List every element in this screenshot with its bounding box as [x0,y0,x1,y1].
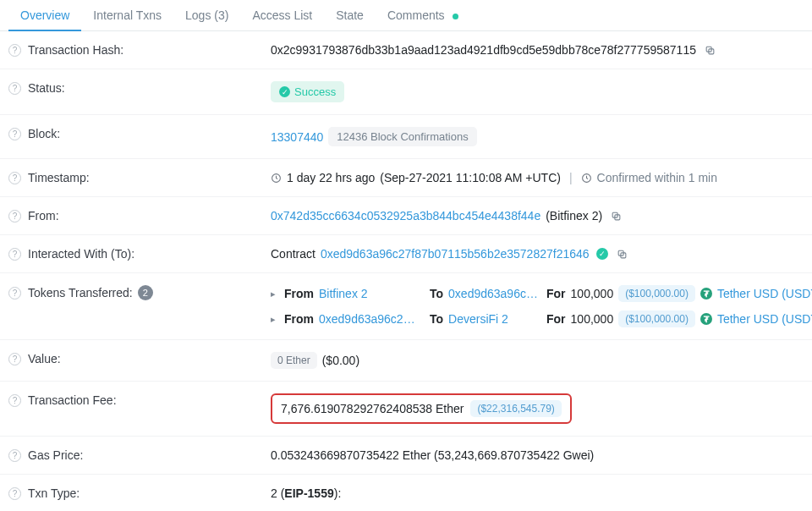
copy-icon[interactable] [611,211,622,222]
timestamp-absolute: (Sep-27-2021 11:10:08 AM +UTC) [380,171,561,184]
clock-icon [581,173,592,184]
row-txfee: ? Transaction Fee: 7,676.619078292762408… [0,382,812,437]
help-icon[interactable]: ? [8,394,21,407]
transfer-from-link[interactable]: Bitfinex 2 [319,287,368,300]
transfer-token-link[interactable]: Tether USD (USDT) [717,287,812,300]
row-to: ? Interacted With (To): Contract 0xed9d6… [0,235,812,273]
tether-icon: ₮ [700,313,712,325]
value-eth-pill: 0 Ether [271,352,317,369]
from-address-link[interactable]: 0x742d35cc6634c0532925a3b844bc454e4438f4… [271,209,540,223]
to-prefix: Contract [271,247,315,261]
transfer-for-label: For [546,312,566,326]
tokens-count-badge: 2 [138,285,153,300]
transfer-row: ▸ From 0xed9d63a96c27f… To DeversiFi 2 F… [271,310,812,327]
transfer-amount: 100,000 [571,287,614,300]
row-from: ? From: 0x742d35cc6634c0532925a3b844bc45… [0,197,812,235]
row-txtype: ? Txn Type: 2 (EIP-1559): [0,475,812,511]
block-link[interactable]: 13307440 [271,130,323,144]
copy-icon[interactable] [705,45,716,56]
value-gasprice: 0.053243669870735422 Ether (53,243,669.8… [271,448,594,462]
verified-icon: ✓ [596,248,608,260]
label-txtype: Txn Type: [28,486,80,500]
status-badge: ✓ Success [271,81,344,102]
txfee-usd-pill: ($22,316,545.79) [470,400,561,417]
transfer-for-label: For [546,287,566,300]
label-txfee: Transaction Fee: [28,393,117,407]
help-icon[interactable]: ? [8,44,21,57]
transfer-to-label: To [430,287,443,300]
label-to: Interacted With (To): [28,247,134,261]
help-icon[interactable]: ? [8,82,21,95]
label-block: Block: [28,127,60,140]
tether-icon: ₮ [700,288,712,299]
help-icon[interactable]: ? [8,353,21,365]
timestamp-confirmed: Confirmed within 1 min [597,171,717,184]
timestamp-relative: 1 day 22 hrs ago [287,171,375,184]
label-txhash: Transaction Hash: [28,43,123,57]
to-address-link[interactable]: 0xed9d63a96c27f87b07115b56b2e3572827f216… [321,247,590,261]
caret-icon[interactable]: ▸ [271,314,276,325]
tab-comments-label: Comments [387,8,445,22]
value-usd: ($0.00) [322,354,359,367]
tab-comments[interactable]: Comments [376,0,471,30]
transfer-from-label: From [284,312,314,326]
transfer-amount: 100,000 [571,312,614,326]
transfer-from-link[interactable]: 0xed9d63a96c27f… [319,312,419,326]
help-icon[interactable]: ? [8,487,21,500]
tab-internal-txns[interactable]: Internal Txns [81,0,173,30]
label-tokens: Tokens Transferred: [28,286,133,299]
transfer-from-label: From [284,287,314,300]
label-gasprice: Gas Price: [28,448,83,462]
tab-access-list[interactable]: Access List [240,0,324,30]
block-confirmations: 12436 Block Confirmations [328,127,476,146]
help-icon[interactable]: ? [8,210,21,223]
transfer-token-link[interactable]: Tether USD (USDT) [717,312,812,326]
copy-icon[interactable] [617,249,628,260]
row-block: ? Block: 13307440 12436 Block Confirmati… [0,115,812,159]
label-value: Value: [28,352,61,365]
transfer-row: ▸ From Bitfinex 2 To 0xed9d63a96c27f… Fo… [271,285,812,302]
caret-icon[interactable]: ▸ [271,288,276,299]
row-gasprice: ? Gas Price: 0.053243669870735422 Ether … [0,437,812,475]
from-address-label: (Bitfinex 2) [546,209,602,223]
txfee-highlight: 7,676.619078292762408538 Ether ($22,316,… [271,393,572,424]
status-text: Success [294,85,336,98]
tab-logs[interactable]: Logs (3) [173,0,240,30]
label-from: From: [28,209,59,223]
transfer-usd-pill: ($100,000.00) [618,310,695,327]
transfer-usd-pill: ($100,000.00) [618,285,695,302]
txfee-eth: 7,676.619078292762408538 Ether [281,402,464,415]
row-timestamp: ? Timestamp: 1 day 22 hrs ago (Sep-27-20… [0,159,812,197]
separator: | [569,171,573,184]
details-panel: ? Transaction Hash: 0x2c9931793876db33b1… [0,31,812,511]
help-icon[interactable]: ? [8,449,21,462]
transfer-to-link[interactable]: 0xed9d63a96c27f… [448,287,540,300]
check-icon: ✓ [279,86,290,97]
txtype-value: 2 (EIP-1559): [271,486,341,500]
clock-icon [271,173,282,184]
tabs: Overview Internal Txns Logs (3) Access L… [0,0,812,31]
row-value: ? Value: 0 Ether ($0.00) [0,340,812,382]
label-status: Status: [28,81,65,95]
tab-overview[interactable]: Overview [8,0,81,30]
comments-indicator-dot [453,14,458,19]
row-status: ? Status: ✓ Success [0,69,812,115]
tab-state[interactable]: State [324,0,376,30]
value-txhash: 0x2c9931793876db33b1a9aad123ad4921dfb9cd… [271,43,696,57]
row-txhash: ? Transaction Hash: 0x2c9931793876db33b1… [0,31,812,69]
label-timestamp: Timestamp: [28,171,90,184]
help-icon[interactable]: ? [8,287,21,299]
row-tokens-transferred: ? Tokens Transferred: 2 ▸ From Bitfinex … [0,273,812,340]
help-icon[interactable]: ? [8,248,21,261]
transfer-to-label: To [430,312,443,326]
help-icon[interactable]: ? [8,172,21,184]
help-icon[interactable]: ? [8,128,21,140]
transfer-to-link[interactable]: DeversiFi 2 [448,312,508,326]
